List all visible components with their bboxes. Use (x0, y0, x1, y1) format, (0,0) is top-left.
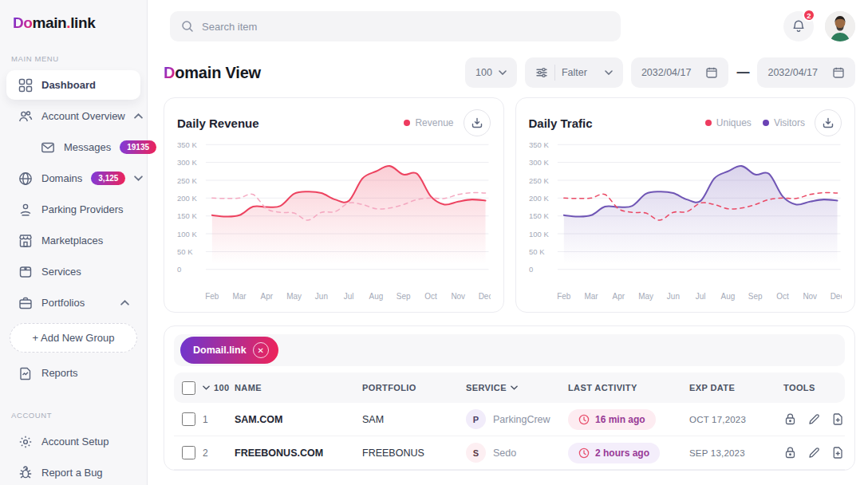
legend-label: Uniques (716, 117, 752, 128)
svg-text:Feb: Feb (557, 292, 571, 301)
legend-dot (705, 120, 712, 126)
svg-text:Sep: Sep (748, 292, 762, 301)
bug-icon (18, 465, 33, 480)
svg-text:Sep: Sep (397, 292, 411, 301)
svg-text:0: 0 (177, 265, 181, 274)
logo-text: main (33, 14, 67, 31)
filter-dropdown[interactable]: Falter (525, 57, 623, 88)
sidebar-item-portfolios[interactable]: Portfolios (6, 288, 140, 317)
domain-filter-chip[interactable]: Domail.link ✕ (180, 337, 278, 364)
page-size-dropdown[interactable]: 100 (465, 57, 517, 88)
legend-dot (763, 120, 769, 126)
main-area: 2 Domain View 100 Falter (148, 0, 868, 485)
table-row[interactable]: 2 FREEBONUS.COM FREEBONUS S Sedo 2 hours… (174, 436, 845, 470)
legend-item: Uniques (705, 117, 752, 128)
envelope-icon (40, 140, 55, 155)
sidebar-item-domains[interactable]: Domains 3,125 (6, 164, 140, 193)
avatar-illustration (825, 11, 855, 41)
row-number: 2 (203, 448, 235, 459)
lock-button[interactable] (783, 446, 797, 459)
tools-cell (783, 412, 855, 426)
storefront-icon (18, 233, 33, 248)
edit-button[interactable] (807, 412, 821, 426)
portfolio-header: PORTFOLIO (362, 383, 466, 392)
sidebar-item-reports[interactable]: Reports (6, 358, 140, 388)
sidebar: Domain.link MAIN MENU Dashboard Account … (0, 0, 148, 485)
sidebar-item-label: Domains (41, 172, 82, 184)
sidebar-item-marketplaces[interactable]: Marketplaces (6, 226, 140, 255)
service-name: Sedo (493, 448, 516, 459)
count-header[interactable]: 100 (203, 383, 235, 392)
sidebar-section-account: ACCOUNT (0, 400, 147, 426)
download-chart-button[interactable] (815, 109, 842, 136)
daily-revenue-chart-card: Daily Revenue Revenue 350 K300 K250 K200… (164, 97, 504, 313)
revenue-area-chart: 350 K300 K250 K200 K150 K100 K50 K0FebMa… (177, 138, 491, 304)
svg-text:100 K: 100 K (177, 229, 197, 238)
exp-date-header: EXP DATE (689, 383, 783, 392)
add-file-button[interactable] (831, 412, 845, 426)
sidebar-item-label: Dashboard (41, 79, 129, 91)
sidebar-item-label: Marketplaces (41, 235, 129, 246)
clock-icon (578, 448, 590, 459)
edit-button[interactable] (807, 446, 821, 459)
download-icon (822, 116, 834, 129)
domains-table-card: Domail.link ✕ 100 NAME PORTFOLIO SERVICE (164, 325, 855, 471)
tools-cell (783, 446, 855, 459)
add-new-group-button[interactable]: + Add New Group (10, 323, 137, 353)
svg-text:Feb: Feb (205, 292, 219, 301)
svg-text:Mar: Mar (233, 292, 247, 301)
sidebar-item-parking-providers[interactable]: Parking Providers (6, 195, 140, 224)
activity-text: 16 min ago (595, 414, 645, 425)
globe-icon (18, 171, 33, 186)
svg-text:250 K: 250 K (529, 175, 549, 184)
svg-text:50 K: 50 K (177, 247, 193, 256)
search-input[interactable] (202, 21, 610, 33)
download-chart-button[interactable] (464, 109, 491, 136)
hand-coin-icon (18, 202, 33, 217)
chevron-up-icon (120, 298, 129, 307)
svg-text:Jun: Jun (315, 292, 328, 301)
svg-text:100 K: 100 K (529, 229, 549, 238)
download-icon (471, 116, 483, 129)
select-all-checkbox[interactable] (182, 381, 195, 395)
svg-text:Apr: Apr (261, 292, 274, 301)
chevron-down-icon (134, 174, 143, 183)
row-checkbox[interactable] (182, 446, 195, 459)
sidebar-item-label: Account Setup (41, 436, 129, 448)
service-header[interactable]: SERVICE (466, 383, 568, 392)
svg-text:May: May (638, 292, 654, 301)
sidebar-item-services[interactable]: Services (6, 257, 140, 286)
svg-text:250 K: 250 K (177, 175, 197, 184)
sidebar-item-messages[interactable]: Messages 19135 (29, 132, 140, 162)
notifications-button[interactable]: 2 (783, 11, 814, 41)
user-avatar[interactable] (825, 11, 855, 41)
sidebar-item-dashboard[interactable]: Dashboard (6, 70, 140, 100)
date-from-picker[interactable]: 2032/04/17 (631, 57, 729, 88)
charts-row: Daily Revenue Revenue 350 K300 K250 K200… (164, 97, 855, 313)
svg-text:350 K: 350 K (177, 140, 197, 149)
date-to-picker[interactable]: 2032/04/17 (757, 57, 855, 88)
table-row[interactable]: 1 SAM.COM SAM P ParkingCrew 16 min ago O… (174, 403, 845, 436)
row-checkbox[interactable] (182, 412, 195, 426)
report-document-icon (18, 365, 33, 381)
sidebar-item-account-setup[interactable]: Account Setup (6, 427, 140, 456)
date-to-value: 2032/04/17 (767, 67, 818, 78)
filter-label: Falter (562, 67, 587, 78)
svg-text:200 K: 200 K (529, 194, 549, 203)
remove-chip-icon[interactable]: ✕ (253, 342, 269, 358)
add-file-button[interactable] (831, 446, 845, 459)
svg-text:350 K: 350 K (529, 140, 549, 149)
page-size-value: 100 (475, 67, 492, 78)
clock-icon (578, 414, 590, 425)
search-bar[interactable] (170, 11, 621, 41)
sidebar-item-report-a-bug[interactable]: Report a Bug (6, 458, 140, 485)
chip-label: Domail.link (193, 345, 247, 356)
exp-date-cell: SEP 13,2023 (689, 448, 783, 458)
svg-text:Aug: Aug (720, 292, 735, 301)
brand-logo[interactable]: Domain.link (0, 14, 147, 43)
service-name: ParkingCrew (493, 414, 550, 425)
lock-button[interactable] (783, 412, 797, 426)
sidebar-item-account-overview[interactable]: Account Overview (6, 101, 140, 131)
svg-text:Oct: Oct (424, 292, 437, 301)
svg-text:May: May (286, 292, 302, 301)
